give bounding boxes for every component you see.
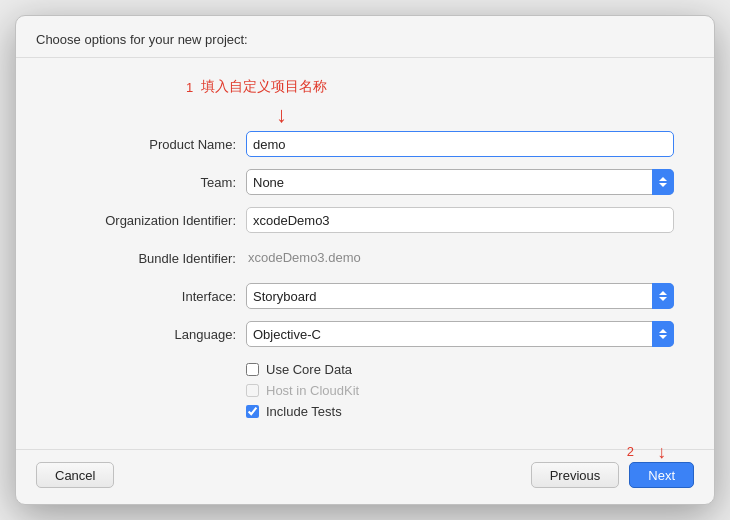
language-row: Language: Objective-C Swift bbox=[56, 320, 674, 348]
new-project-dialog: Choose options for your new project: 1 填… bbox=[15, 15, 715, 505]
bundle-identifier-row: Bundle Identifier: xcodeDemo3.demo bbox=[56, 244, 674, 272]
interface-label: Interface: bbox=[56, 289, 246, 304]
use-core-data-label: Use Core Data bbox=[266, 362, 352, 377]
include-tests-checkbox[interactable] bbox=[246, 405, 259, 418]
host-in-cloudkit-label: Host in CloudKit bbox=[266, 383, 359, 398]
interface-select-wrapper: Storyboard SwiftUI bbox=[246, 283, 674, 309]
use-core-data-checkbox[interactable] bbox=[246, 363, 259, 376]
language-select-wrapper: Objective-C Swift bbox=[246, 321, 674, 347]
footer-right: 2 Previous ↓ Next bbox=[531, 462, 694, 488]
next-button[interactable]: Next bbox=[629, 462, 694, 488]
language-select[interactable]: Objective-C Swift bbox=[246, 321, 674, 347]
team-row: Team: None bbox=[56, 168, 674, 196]
language-control: Objective-C Swift bbox=[246, 321, 674, 347]
interface-row: Interface: Storyboard SwiftUI bbox=[56, 282, 674, 310]
team-label: Team: bbox=[56, 175, 246, 190]
annotation-1-text: 填入自定义项目名称 bbox=[201, 78, 327, 96]
host-in-cloudkit-checkbox[interactable] bbox=[246, 384, 259, 397]
bundle-identifier-label: Bundle Identifier: bbox=[56, 251, 246, 266]
product-name-row: Product Name: bbox=[56, 130, 674, 158]
annotation-arrow: ↓ bbox=[56, 104, 674, 126]
include-tests-label: Include Tests bbox=[266, 404, 342, 419]
bundle-identifier-value: xcodeDemo3.demo bbox=[246, 250, 361, 265]
org-identifier-label: Organization Identifier: bbox=[56, 213, 246, 228]
org-identifier-row: Organization Identifier: bbox=[56, 206, 674, 234]
arrow-down-icon: ↓ bbox=[276, 104, 287, 126]
interface-control: Storyboard SwiftUI bbox=[246, 283, 674, 309]
include-tests-row: Include Tests bbox=[246, 404, 674, 419]
interface-select[interactable]: Storyboard SwiftUI bbox=[246, 283, 674, 309]
team-select-wrapper: None bbox=[246, 169, 674, 195]
org-identifier-control bbox=[246, 207, 674, 233]
language-label: Language: bbox=[56, 327, 246, 342]
annotation-1: 1 填入自定义项目名称 bbox=[56, 78, 674, 96]
host-in-cloudkit-row: Host in CloudKit bbox=[246, 383, 674, 398]
team-select[interactable]: None bbox=[246, 169, 674, 195]
product-name-control bbox=[246, 131, 674, 157]
next-arrow-icon: ↓ bbox=[657, 442, 666, 463]
org-identifier-input[interactable] bbox=[246, 207, 674, 233]
team-control: None bbox=[246, 169, 674, 195]
checkboxes-section: Use Core Data Host in CloudKit Include T… bbox=[56, 362, 674, 419]
bundle-identifier-control: xcodeDemo3.demo bbox=[246, 245, 674, 271]
previous-button[interactable]: Previous bbox=[531, 462, 620, 488]
annotation-1-number: 1 bbox=[186, 80, 193, 95]
annotation-2-number: 2 bbox=[627, 444, 634, 459]
next-button-wrapper: ↓ Next bbox=[629, 462, 694, 488]
cancel-button[interactable]: Cancel bbox=[36, 462, 114, 488]
product-name-input[interactable] bbox=[246, 131, 674, 157]
dialog-footer: Cancel 2 Previous ↓ Next bbox=[16, 449, 714, 504]
product-name-label: Product Name: bbox=[56, 137, 246, 152]
dialog-body: 1 填入自定义项目名称 ↓ Product Name: Team: None bbox=[16, 58, 714, 449]
dialog-title: Choose options for your new project: bbox=[16, 16, 714, 58]
use-core-data-row: Use Core Data bbox=[246, 362, 674, 377]
